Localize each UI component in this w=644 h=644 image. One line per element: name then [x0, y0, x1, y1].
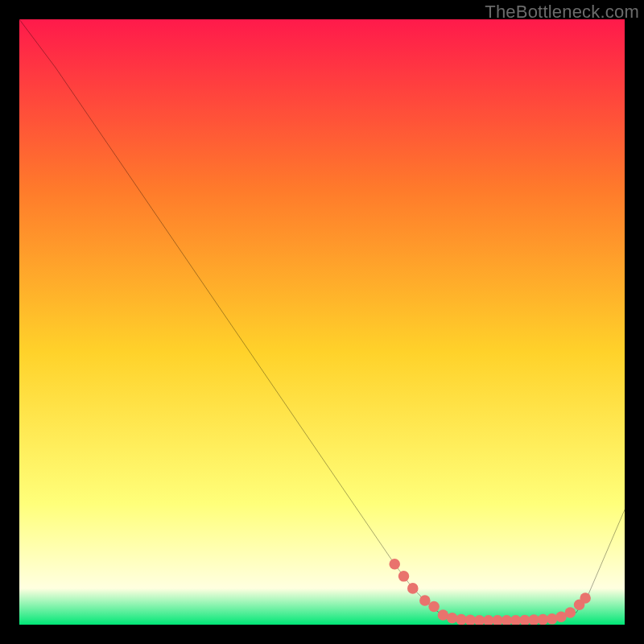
gradient-background	[19, 19, 625, 625]
bottleneck-chart	[19, 19, 625, 625]
marker-dot	[407, 583, 419, 594]
marker-dot	[419, 595, 431, 606]
marker-dot	[428, 601, 440, 613]
marker-dot	[447, 613, 458, 624]
marker-dot	[547, 613, 558, 625]
marker-dot	[565, 607, 576, 618]
marker-dot	[580, 592, 591, 604]
marker-dot	[389, 559, 400, 570]
chart-stage: TheBottleneck.com	[0, 0, 644, 644]
watermark-text: TheBottleneck.com	[485, 2, 639, 23]
marker-dot	[398, 571, 410, 582]
